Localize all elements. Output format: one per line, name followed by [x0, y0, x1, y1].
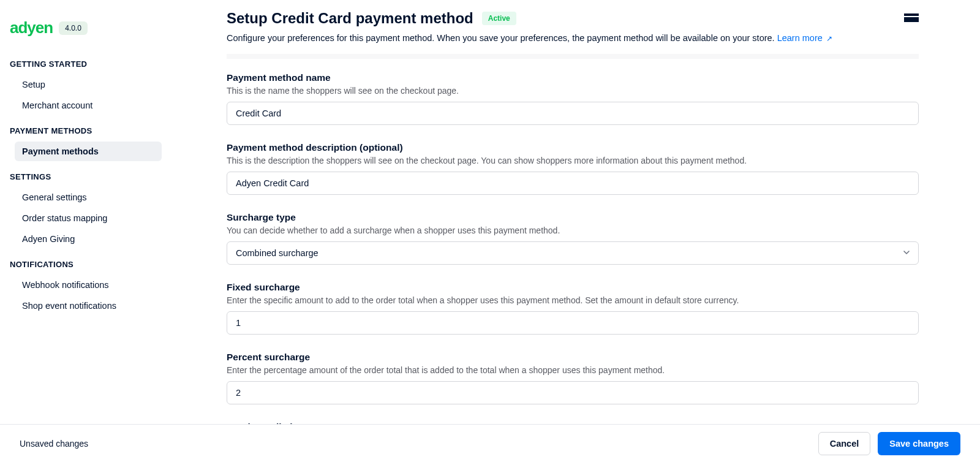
footer-status: Unsaved changes: [20, 439, 818, 449]
field-help: Enter the percentage amount of the order…: [227, 365, 919, 375]
version-badge: 4.0.0: [59, 21, 88, 35]
main-content: Setup Credit Card payment method Active …: [172, 0, 980, 462]
field-payment-method-name: Payment method name This is the name the…: [227, 72, 919, 125]
learn-more-label: Learn more: [777, 33, 823, 43]
page-subtitle: Configure your preferences for this paym…: [227, 33, 904, 43]
field-label: Surcharge type: [227, 212, 919, 223]
learn-more-link[interactable]: Learn more ↗: [777, 33, 832, 43]
nav-section-header: NOTIFICATIONS: [10, 260, 162, 269]
page-header: Setup Credit Card payment method Active …: [227, 10, 919, 43]
cancel-button[interactable]: Cancel: [818, 432, 871, 455]
brand-row: adyen 4.0.0: [10, 18, 162, 37]
field-percent-surcharge: Percent surcharge Enter the percentage a…: [227, 352, 919, 404]
page-title: Setup Credit Card payment method: [227, 10, 473, 27]
sidebar-item-merchant-account[interactable]: Merchant account: [15, 96, 162, 115]
sidebar-item-general-settings[interactable]: General settings: [15, 187, 162, 207]
credit-card-icon: [904, 13, 919, 23]
separator: [227, 54, 919, 59]
field-label: Payment method name: [227, 72, 919, 83]
percent-surcharge-input[interactable]: [227, 381, 919, 404]
field-surcharge-type: Surcharge type You can decide whether to…: [227, 212, 919, 265]
brand-logo: adyen: [10, 18, 53, 37]
sidebar-item-webhook-notifications[interactable]: Webhook notifications: [15, 275, 162, 295]
field-help: This is the name the shoppers will see o…: [227, 86, 919, 96]
status-badge: Active: [482, 12, 516, 25]
field-label: Fixed surcharge: [227, 282, 919, 293]
payment-method-description-input[interactable]: [227, 172, 919, 195]
field-help: Enter the specific amount to add to the …: [227, 295, 919, 305]
fixed-surcharge-input[interactable]: [227, 311, 919, 335]
payment-method-name-input[interactable]: [227, 102, 919, 125]
nav-section-header: PAYMENT METHODS: [10, 126, 162, 135]
external-link-icon: ↗: [826, 34, 832, 43]
surcharge-type-select[interactable]: Combined surcharge: [227, 241, 919, 265]
sidebar-item-shop-event-notifications[interactable]: Shop event notifications: [15, 296, 162, 316]
field-label: Payment method description (optional): [227, 142, 919, 153]
field-help: This is the description the shoppers wil…: [227, 156, 919, 165]
field-help: You can decide whether to add a surcharg…: [227, 225, 919, 235]
sidebar-item-adyen-giving[interactable]: Adyen Giving: [15, 229, 162, 249]
sidebar-item-payment-methods[interactable]: Payment methods: [15, 142, 162, 161]
sidebar-nav: GETTING STARTEDSetupMerchant accountPAYM…: [10, 59, 162, 316]
field-fixed-surcharge: Fixed surcharge Enter the specific amoun…: [227, 282, 919, 335]
field-label: Percent surcharge: [227, 352, 919, 363]
nav-section-header: SETTINGS: [10, 172, 162, 181]
field-payment-method-description: Payment method description (optional) Th…: [227, 142, 919, 195]
sidebar-item-order-status-mapping[interactable]: Order status mapping: [15, 208, 162, 228]
sidebar-item-setup[interactable]: Setup: [15, 75, 162, 94]
page-subtitle-text: Configure your preferences for this paym…: [227, 33, 775, 43]
sidebar: adyen 4.0.0 GETTING STARTEDSetupMerchant…: [0, 0, 172, 462]
save-button[interactable]: Save changes: [878, 432, 960, 455]
footer-bar: Unsaved changes Cancel Save changes: [0, 424, 980, 462]
nav-section-header: GETTING STARTED: [10, 59, 162, 69]
